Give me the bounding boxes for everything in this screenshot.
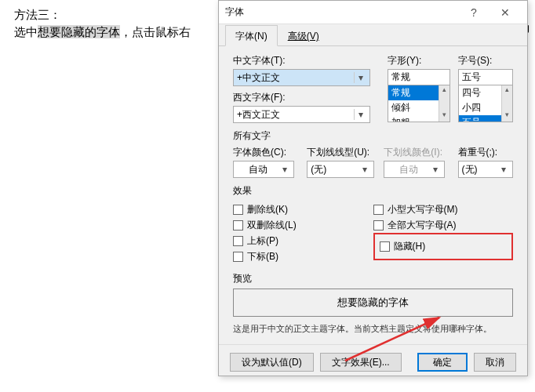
tab-font[interactable]: 字体(N)	[225, 25, 278, 46]
button-bar: 设为默认值(D) 文字效果(E)... 确定 取消	[219, 344, 527, 379]
latin-font-label: 西文字体(F):	[233, 91, 380, 104]
preview-note: 这是用于中文的正文主题字体。当前文档主题定义将使用哪种字体。	[233, 323, 513, 335]
small-caps-checkbox[interactable]: 小型大写字母(M)	[373, 203, 514, 216]
font-style-label: 字形(Y):	[388, 54, 450, 67]
dropdown-arrow-icon: ▾	[354, 72, 366, 83]
font-size-label: 字号(S):	[458, 54, 513, 67]
underline-color-label: 下划线颜色(I):	[384, 146, 448, 159]
hidden-checkbox[interactable]: 隐藏(H)	[380, 240, 508, 253]
scrollbar[interactable]: ▴▾	[501, 85, 512, 122]
emphasis-combo[interactable]: (无)▾	[458, 161, 513, 178]
hidden-highlight-box: 隐藏(H)	[373, 233, 514, 260]
font-size-list[interactable]: 四号 小四 五号 ▴▾	[458, 85, 513, 122]
text-effects-button[interactable]: 文字效果(E)...	[320, 353, 402, 372]
strikethrough-checkbox[interactable]: 删除线(K)	[233, 203, 373, 216]
titlebar: 字体 ? ✕	[219, 1, 527, 24]
font-style-list[interactable]: 常规 倾斜 加粗 ▴▾	[388, 85, 450, 122]
underline-color-combo: 自动▾	[384, 161, 445, 178]
effects-section: 效果	[233, 184, 513, 198]
preview-box: 想要隐藏的字体	[233, 289, 513, 317]
dropdown-arrow-icon: ▾	[279, 164, 290, 175]
close-button[interactable]: ✕	[490, 1, 521, 24]
latin-font-combo[interactable]: +西文正文▾	[233, 106, 370, 123]
help-button[interactable]: ?	[458, 1, 490, 24]
dropdown-arrow-icon: ▾	[430, 164, 441, 175]
tab-strip: 字体(N) 高级(V)	[219, 24, 527, 46]
background-document-text: 方法三： 选中想要隐藏的字体，点击鼠标右	[14, 6, 191, 41]
all-text-section: 所有文字	[233, 129, 513, 143]
underline-style-combo[interactable]: (无)▾	[307, 161, 374, 178]
font-color-combo[interactable]: 自动▾	[233, 161, 294, 178]
font-style-input[interactable]: 常规	[388, 69, 450, 85]
ok-button[interactable]: 确定	[417, 353, 468, 372]
underline-style-label: 下划线线型(U):	[307, 146, 374, 159]
scrollbar[interactable]: ▴▾	[439, 85, 449, 122]
all-caps-checkbox[interactable]: 全部大写字母(A)	[373, 219, 514, 232]
dropdown-arrow-icon: ▾	[359, 164, 370, 175]
preview-section: 预览	[233, 272, 513, 285]
set-default-button[interactable]: 设为默认值(D)	[230, 353, 314, 372]
panel-font: 中文字体(T): +中文正文▾ 西文字体(F): +西文正文▾ 字形(Y): 常…	[219, 46, 527, 339]
emphasis-label: 着重号(;):	[458, 146, 513, 159]
dropdown-arrow-icon: ▾	[498, 164, 509, 175]
subscript-checkbox[interactable]: 下标(B)	[233, 250, 373, 263]
dialog-title: 字体	[225, 5, 458, 19]
superscript-checkbox[interactable]: 上标(P)	[233, 234, 373, 248]
selected-text: 想要隐藏的字体	[38, 25, 120, 38]
double-strike-checkbox[interactable]: 双删除线(L)	[233, 219, 373, 232]
font-size-input[interactable]: 五号	[458, 69, 513, 85]
cjk-font-combo[interactable]: +中文正文▾	[233, 69, 370, 86]
cancel-button[interactable]: 取消	[474, 353, 516, 372]
cjk-font-label: 中文字体(T):	[233, 54, 380, 67]
font-color-label: 字体颜色(C):	[233, 146, 297, 159]
dropdown-arrow-icon: ▾	[354, 109, 366, 120]
font-dialog: 字体 ? ✕ 字体(N) 高级(V) 中文字体(T): +中文正文▾ 西文字体(…	[218, 0, 528, 376]
tab-advanced[interactable]: 高级(V)	[278, 25, 329, 46]
